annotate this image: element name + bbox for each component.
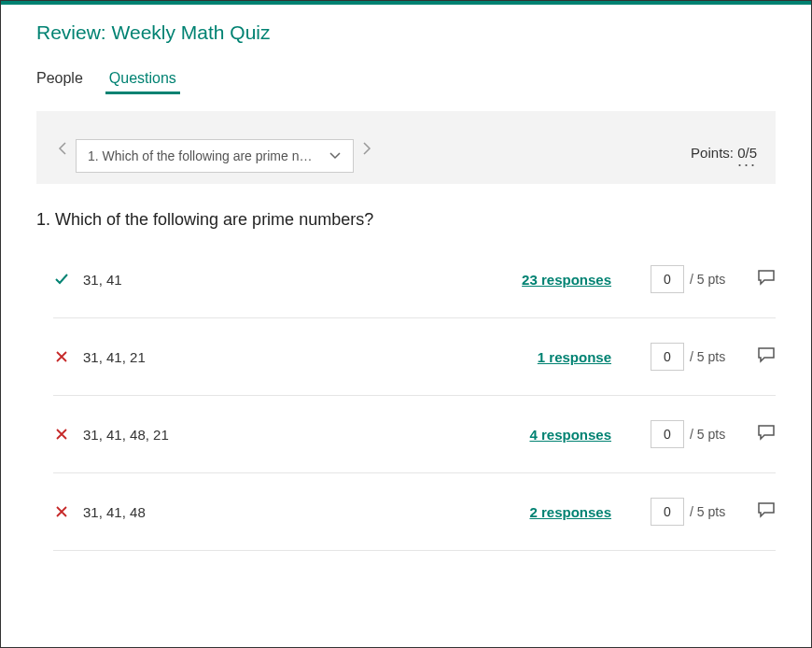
answer-text: 31, 41	[83, 272, 270, 288]
dropdown-label: 1. Which of the following are prime num…	[88, 148, 319, 163]
responses-link[interactable]: 23 responses	[522, 272, 651, 288]
check-icon	[53, 271, 70, 288]
comment-button[interactable]	[757, 269, 776, 289]
points-suffix: / 5 pts	[690, 349, 725, 364]
answer-text: 31, 41, 48	[83, 504, 270, 520]
points-input[interactable]	[651, 420, 684, 448]
answer-row: 31, 41, 48 2 responses / 5 pts	[53, 473, 776, 551]
page-title: Review: Weekly Math Quiz	[36, 21, 776, 44]
points-suffix: / 5 pts	[690, 272, 725, 287]
responses-link[interactable]: 2 responses	[529, 504, 651, 520]
comment-icon	[757, 501, 776, 518]
comment-icon	[757, 346, 776, 363]
points-suffix: / 5 pts	[690, 427, 725, 442]
more-icon: ···	[737, 155, 757, 174]
answers-list: 31, 41 23 responses / 5 pts 31, 41, 21 1…	[36, 241, 776, 551]
points-group: / 5 pts	[651, 265, 733, 293]
chevron-down-icon	[329, 148, 342, 164]
answer-row: 31, 41, 21 1 response / 5 pts	[53, 318, 776, 396]
question-title: 1. Which of the following are prime numb…	[36, 210, 776, 230]
comment-button[interactable]	[757, 424, 776, 444]
responses-link[interactable]: 4 responses	[529, 427, 651, 443]
points-input[interactable]	[651, 265, 684, 293]
comment-icon	[757, 269, 776, 286]
answer-row: 31, 41 23 responses / 5 pts	[53, 241, 776, 318]
responses-link[interactable]: 1 response	[538, 349, 651, 365]
question-dropdown[interactable]: 1. Which of the following are prime num…	[76, 139, 354, 173]
cross-icon	[53, 348, 70, 365]
points-group: / 5 pts	[651, 420, 733, 448]
answer-row: 31, 41, 48, 21 4 responses / 5 pts	[53, 396, 776, 473]
chevron-right-icon	[362, 141, 371, 156]
cross-icon	[53, 426, 70, 443]
comment-button[interactable]	[757, 346, 776, 367]
comment-button[interactable]	[757, 501, 776, 522]
cross-icon	[53, 503, 70, 520]
points-input[interactable]	[651, 498, 684, 526]
comment-icon	[757, 424, 776, 441]
next-question-button[interactable]	[359, 139, 374, 158]
chevron-left-icon	[58, 141, 67, 156]
tab-people[interactable]: People	[36, 70, 83, 94]
points-group: / 5 pts	[651, 498, 733, 526]
question-nav-panel: 1. Which of the following are prime num……	[36, 111, 776, 184]
tab-questions[interactable]: Questions	[109, 70, 176, 94]
points-suffix: / 5 pts	[690, 504, 725, 519]
answer-text: 31, 41, 21	[83, 349, 270, 365]
points-group: / 5 pts	[651, 343, 733, 371]
tabs-bar: People Questions	[36, 70, 776, 94]
points-input[interactable]	[651, 343, 684, 371]
answer-text: 31, 41, 48, 21	[83, 427, 270, 443]
more-options-button[interactable]: ···	[737, 155, 757, 175]
prev-question-button[interactable]	[55, 139, 70, 158]
